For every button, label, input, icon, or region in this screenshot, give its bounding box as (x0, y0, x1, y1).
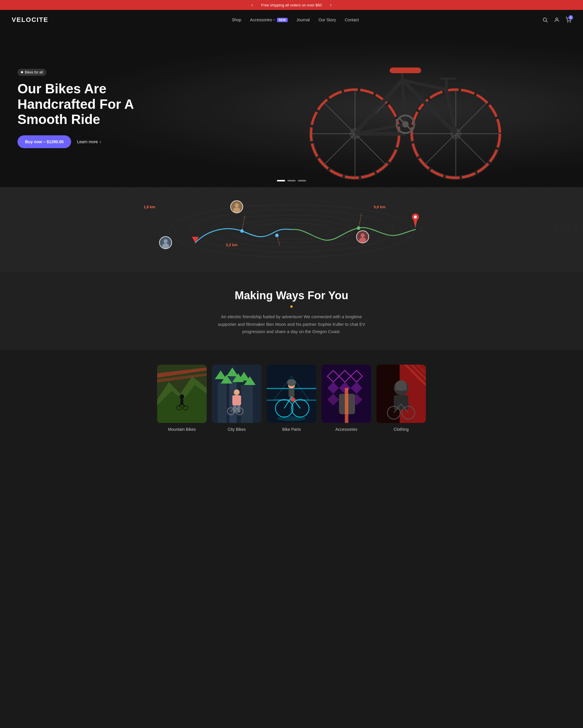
svg-line-49 (359, 213, 361, 228)
hero-title: Our Bikes Are Handcrafted For A Smooth R… (18, 81, 146, 127)
svg-point-52 (357, 226, 360, 230)
search-icon (542, 17, 548, 23)
making-ways-section: Making Ways For You An electric friendsh… (0, 272, 583, 350)
svg-point-82 (234, 389, 240, 395)
category-label-accessories: Accessories (335, 427, 357, 432)
learn-more-button[interactable]: Learn more (77, 139, 101, 144)
svg-point-3 (567, 22, 568, 23)
nav-item-shop[interactable]: Shop (232, 17, 241, 23)
svg-rect-95 (288, 389, 295, 397)
logo[interactable]: VELOCITE (12, 16, 48, 24)
avatar-2 (159, 236, 172, 249)
hero-tag-dot (21, 71, 23, 73)
svg-rect-111 (394, 395, 408, 410)
user-icon (554, 17, 560, 23)
clothing-img (376, 365, 426, 423)
distance-label-1: 1,8 km (143, 205, 155, 209)
svg-line-1 (546, 21, 548, 23)
category-label-parts: Bike Parts (282, 427, 301, 432)
buy-now-button[interactable]: Buy now – $1290.00 (18, 135, 71, 148)
map-canvas: 1,8 km 3,2 km 5,0 km (18, 202, 565, 260)
nav-item-journal[interactable]: Journal (297, 17, 310, 23)
svg-point-51 (275, 234, 279, 237)
svg-line-17 (324, 134, 355, 165)
nav-link-our-story[interactable]: Our Story (318, 18, 336, 22)
category-img-accessories (322, 365, 371, 423)
avatar-img-2 (160, 237, 171, 249)
making-ways-accent (290, 305, 293, 308)
svg-line-16 (355, 134, 386, 165)
bike-illustration (213, 30, 583, 187)
nav-item-our-story[interactable]: Our Story (318, 17, 336, 23)
cart-wrapper: 5 (565, 17, 571, 23)
svg-rect-105 (345, 388, 348, 423)
svg-point-54 (414, 215, 417, 218)
category-img-city (212, 365, 261, 423)
nav-link-accessories[interactable]: Accessories NEW (250, 18, 288, 22)
categories-section: Mountain Bikes (0, 350, 583, 449)
nav-icons: 5 (542, 17, 571, 23)
bike-parts-img (267, 365, 316, 423)
category-accessories[interactable]: Accessories (322, 365, 371, 432)
distance-label-3: 5,0 km (374, 205, 385, 209)
svg-point-4 (570, 22, 571, 23)
announcement-next[interactable]: › (328, 2, 334, 7)
announcement-text: Free shipping all orders on over $60 (261, 3, 322, 7)
hero-dot-2[interactable] (287, 180, 296, 181)
svg-point-60 (164, 239, 168, 243)
new-badge: NEW (277, 18, 288, 22)
accessories-img (322, 365, 371, 423)
svg-marker-55 (192, 237, 199, 243)
city-bikes-img (212, 365, 261, 423)
svg-point-57 (235, 203, 239, 207)
nav-item-contact[interactable]: Contact (345, 17, 359, 23)
hero-section: Bikes for all Our Bikes Are Handcrafted … (0, 30, 583, 187)
hero-tag-text: Bikes for all (25, 70, 43, 74)
category-img-mountain (157, 365, 207, 423)
hero-content: Bikes for all Our Bikes Are Handcrafted … (0, 69, 163, 149)
nav-item-accessories[interactable]: Accessories NEW (250, 18, 288, 22)
svg-line-25 (425, 134, 456, 165)
announcement-bar: ‹ Free shipping all orders on over $60 › (0, 0, 583, 10)
category-label-city: City Bikes (228, 427, 246, 432)
category-label-mountain: Mountain Bikes (168, 427, 196, 432)
category-clothing[interactable]: Clothing (376, 365, 426, 432)
hero-dots (277, 180, 306, 181)
announcement-prev[interactable]: ‹ (249, 2, 255, 7)
header: VELOCITE Shop Accessories NEW Journal Ou… (0, 10, 583, 30)
category-img-parts (267, 365, 316, 423)
avatar-1 (230, 200, 243, 213)
nav-link-journal[interactable]: Journal (297, 18, 310, 22)
svg-rect-83 (232, 395, 241, 406)
avatar-img-3 (357, 231, 368, 243)
avatar-img-1 (231, 201, 243, 213)
category-img-clothing (376, 365, 426, 423)
nav-link-contact[interactable]: Contact (345, 18, 359, 22)
chevron-down-icon (274, 18, 275, 22)
category-mountain-bikes[interactable]: Mountain Bikes (157, 365, 207, 432)
cart-count-badge: 5 (568, 15, 573, 20)
svg-point-63 (361, 233, 365, 237)
hero-dot-3[interactable] (298, 180, 306, 181)
svg-rect-110 (395, 388, 407, 390)
svg-rect-75 (241, 385, 253, 423)
hero-dot-1[interactable] (277, 180, 285, 181)
svg-rect-34 (390, 68, 421, 73)
route-map-svg (18, 202, 565, 260)
arrow-right-icon (100, 139, 101, 144)
categories-grid: Mountain Bikes (12, 365, 571, 432)
svg-line-31 (402, 80, 406, 124)
account-button[interactable] (554, 17, 560, 23)
svg-point-0 (543, 18, 547, 21)
nav-link-shop[interactable]: Shop (232, 18, 241, 22)
hero-bike-image (213, 30, 583, 187)
category-bike-parts[interactable]: Bike Parts (267, 365, 316, 432)
category-city-bikes[interactable]: City Bikes (212, 365, 261, 432)
making-ways-description: An electric friendship fueled by adventu… (213, 313, 370, 335)
mountain-bikes-img (157, 365, 207, 423)
making-ways-title: Making Ways For You (12, 289, 571, 302)
svg-point-50 (240, 229, 244, 233)
svg-point-2 (556, 18, 558, 20)
svg-line-47 (242, 215, 245, 231)
search-button[interactable] (542, 17, 548, 23)
